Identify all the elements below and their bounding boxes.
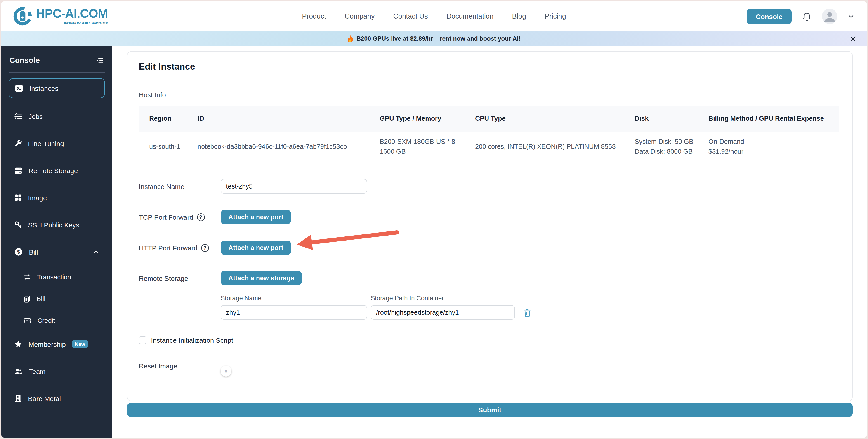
star-icon xyxy=(14,340,23,348)
header-right: Console xyxy=(747,8,855,24)
help-icon[interactable]: ? xyxy=(201,244,209,252)
nav-contact-us[interactable]: Contact Us xyxy=(393,12,428,20)
banner-text: B200 GPUs live at $2.89/hr – rent now an… xyxy=(356,35,521,42)
sidebar-item-membership[interactable]: Membership New xyxy=(8,335,105,353)
sidebar-item-label: Bare Metal xyxy=(28,395,61,402)
nav-blog[interactable]: Blog xyxy=(512,12,526,20)
nav-pricing[interactable]: Pricing xyxy=(545,12,566,20)
team-icon xyxy=(14,367,23,376)
cell-cpu: 200 cores, INTEL(R) XEON(R) PLATINUM 855… xyxy=(475,142,620,152)
chevron-down-icon[interactable] xyxy=(847,12,855,20)
key-icon xyxy=(14,221,22,229)
init-script-row: Instance Initialization Script xyxy=(139,336,841,344)
banner-close-icon[interactable] xyxy=(849,35,857,42)
sidebar-item-label: Instances xyxy=(29,84,58,92)
init-script-label: Instance Initialization Script xyxy=(151,336,233,344)
flame-icon xyxy=(347,35,354,42)
storage-entry-row: Storage Name Storage Path In Container xyxy=(221,294,841,320)
host-info-table: Region ID GPU Type / Memory CPU Type Dis… xyxy=(139,106,839,162)
col-cpu: CPU Type xyxy=(465,106,624,131)
col-region: Region xyxy=(139,106,187,131)
nav-company[interactable]: Company xyxy=(345,12,375,20)
wrench-icon xyxy=(14,139,22,147)
bell-icon[interactable] xyxy=(802,11,812,22)
grid-icon xyxy=(14,193,22,201)
sidebar: Console Instances xyxy=(1,46,112,438)
tcp-attach-port-button[interactable]: Attach a new port xyxy=(221,210,291,224)
promo-banner: B200 GPUs live at $2.89/hr – rent now an… xyxy=(1,31,867,46)
main-nav: Product Company Contact Us Documentation… xyxy=(302,12,566,20)
console-button[interactable]: Console xyxy=(747,8,792,24)
sidebar-item-remote-storage[interactable]: Remote Storage xyxy=(8,161,105,180)
logo[interactable]: HPC-AI.COM PREMIUM GPU, ANYTIME xyxy=(13,7,108,26)
svg-text:$: $ xyxy=(17,249,20,255)
logo-tagline: PREMIUM GPU, ANYTIME xyxy=(64,21,108,25)
sidebar-item-bare-metal[interactable]: Bare Metal xyxy=(8,389,105,407)
top-header: HPC-AI.COM PREMIUM GPU, ANYTIME Product … xyxy=(1,1,867,31)
tcp-port-forward-row: TCP Port Forward ? Attach a new port xyxy=(139,210,841,224)
storage-path-label: Storage Path In Container xyxy=(371,294,515,302)
sidebar-item-instances[interactable]: Instances xyxy=(8,78,105,98)
col-id: ID xyxy=(187,106,369,131)
sidebar-item-transaction[interactable]: Transaction xyxy=(8,270,105,284)
sidebar-title: Console xyxy=(9,56,40,65)
hpc-ai-logo-icon xyxy=(13,7,32,26)
sidebar-item-jobs[interactable]: Jobs xyxy=(8,107,105,125)
collapse-sidebar-icon[interactable] xyxy=(95,56,104,65)
edit-instance-card: Edit Instance Host Info Region ID GPU Ty… xyxy=(127,51,852,402)
col-billing: Billing Method / GPU Rental Expense xyxy=(698,106,839,131)
cell-disk: System Disk: 50 GB Data Disk: 8000 GB xyxy=(624,132,698,162)
http-port-forward-row: HTTP Port Forward ? Attach a new port xyxy=(139,241,841,255)
sidebar-item-label: Remote Storage xyxy=(29,166,78,174)
logo-text: HPC-AI.COM xyxy=(36,7,108,20)
storage-name-label: Storage Name xyxy=(221,294,367,302)
sidebar-item-credit[interactable]: Credit xyxy=(8,313,105,328)
submit-button[interactable]: Submit xyxy=(127,403,852,417)
sidebar-item-label: Transaction xyxy=(37,274,71,281)
remote-storage-row: Remote Storage Attach a new storage xyxy=(139,271,841,285)
http-attach-port-button[interactable]: Attach a new port xyxy=(221,241,291,255)
host-info-label: Host Info xyxy=(139,91,841,99)
page-title: Edit Instance xyxy=(139,62,841,72)
nav-documentation[interactable]: Documentation xyxy=(446,12,494,20)
sidebar-item-team[interactable]: Team xyxy=(8,362,105,380)
sidebar-divider xyxy=(8,72,105,73)
sidebar-item-bill[interactable]: $ Bill xyxy=(8,243,105,261)
transfer-arrows-icon xyxy=(23,273,31,281)
instance-name-input[interactable] xyxy=(221,179,367,193)
col-gpu: GPU Type / Memory xyxy=(369,106,465,131)
http-port-forward-label: HTTP Port Forward ? xyxy=(139,244,221,252)
invoice-icon xyxy=(23,295,31,303)
sidebar-item-bill-sub[interactable]: Bill xyxy=(8,292,105,306)
cell-billing: On-Demand $31.92/hour xyxy=(698,132,839,162)
terminal-icon xyxy=(14,84,24,93)
instance-name-row: Instance Name xyxy=(139,179,841,193)
sidebar-item-ssh-public-keys[interactable]: SSH Public Keys xyxy=(8,216,105,234)
attach-storage-button[interactable]: Attach a new storage xyxy=(221,271,302,285)
init-script-checkbox[interactable] xyxy=(139,336,147,344)
trash-icon[interactable] xyxy=(523,308,532,320)
toggle-off-x: × xyxy=(221,366,231,376)
app-window: HPC-AI.COM PREMIUM GPU, ANYTIME Product … xyxy=(1,1,867,438)
chevron-up-icon xyxy=(93,248,99,255)
storage-name-input[interactable] xyxy=(221,305,367,320)
new-badge: New xyxy=(72,340,88,348)
sidebar-item-label: SSH Public Keys xyxy=(28,221,79,228)
help-icon[interactable]: ? xyxy=(197,213,205,221)
instance-name-label: Instance Name xyxy=(139,182,221,190)
building-icon xyxy=(14,394,22,402)
tcp-port-forward-label: TCP Port Forward ? xyxy=(139,213,221,221)
sidebar-item-fine-tuning[interactable]: Fine-Tuning xyxy=(8,134,105,152)
cell-gpu: B200-SXM-180GB-US * 8 1600 GB xyxy=(369,132,465,162)
cell-id: notebook-da3bbba6-946c-11f0-a6ea-7ab79f1… xyxy=(197,142,365,152)
nav-product[interactable]: Product xyxy=(302,12,326,20)
avatar[interactable] xyxy=(822,8,837,24)
storage-path-input[interactable] xyxy=(371,305,515,320)
main-content: Edit Instance Host Info Region ID GPU Ty… xyxy=(112,46,867,438)
table-row: us-south-1 notebook-da3bbba6-946c-11f0-a… xyxy=(139,132,839,162)
screenshot-frame: HPC-AI.COM PREMIUM GPU, ANYTIME Product … xyxy=(0,0,868,439)
sidebar-item-image[interactable]: Image xyxy=(8,189,105,207)
sidebar-item-label: Credit xyxy=(37,317,55,324)
sidebar-item-label: Team xyxy=(29,367,45,375)
sidebar-item-label: Bill xyxy=(29,248,38,256)
